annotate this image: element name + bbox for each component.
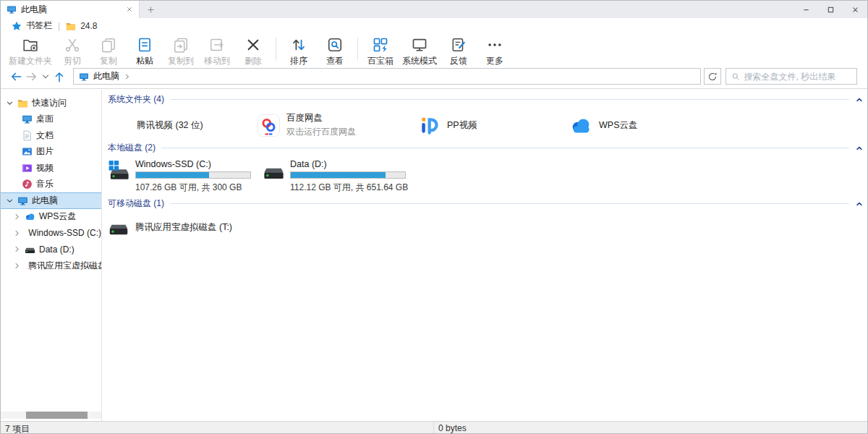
folder-icon[interactable] xyxy=(66,21,76,31)
forward-button[interactable] xyxy=(24,69,40,85)
videos-icon xyxy=(22,163,33,174)
drive-t-item[interactable]: 腾讯应用宝虚拟磁盘 (T:) xyxy=(108,217,867,237)
item-tencent-video[interactable]: 腾讯视频 (32 位) xyxy=(108,112,258,138)
drives-row: Windows-SSD (C:) 107.26 GB 可用, 共 300 GB … xyxy=(108,159,867,194)
status-bar: 7 项目 0 bytes xyxy=(1,421,867,433)
status-divider xyxy=(433,422,434,433)
minimize-button[interactable] xyxy=(793,1,818,18)
toolbar-label: 排序 xyxy=(290,55,307,67)
toolbox-icon xyxy=(373,37,388,53)
copy-button[interactable]: 复制 xyxy=(90,33,127,67)
move-to-icon xyxy=(209,37,225,53)
item-baidu-netdisk[interactable]: 百度网盘 双击运行百度网盘 xyxy=(258,112,418,138)
sidebar-item-music[interactable]: 音乐 xyxy=(1,176,101,193)
history-dropdown-button[interactable] xyxy=(40,69,51,85)
collapse-section-icon[interactable] xyxy=(856,145,863,152)
item-pp-video[interactable]: PP视频 xyxy=(418,112,570,138)
tencent-video-icon xyxy=(108,114,130,137)
sidebar-item-label: Windows-SSD (C:) xyxy=(28,228,101,238)
item-name: WPS云盘 xyxy=(599,119,637,132)
up-button[interactable] xyxy=(51,69,67,85)
back-button[interactable] xyxy=(8,69,24,85)
music-icon xyxy=(22,179,33,190)
toolbar-label: 复制到 xyxy=(168,55,194,67)
close-tab-icon[interactable] xyxy=(126,6,133,13)
hard-drive-windows-icon xyxy=(108,160,130,182)
sidebar-horizontal-scrollbar[interactable] xyxy=(1,412,101,419)
delete-button[interactable]: 删除 xyxy=(235,33,271,67)
sidebar-item-documents[interactable]: 文档 xyxy=(1,127,101,144)
sidebar-item-this-pc[interactable]: 此电脑 xyxy=(1,192,101,209)
tab-this-pc[interactable]: 此电脑 xyxy=(1,1,140,18)
collapse-section-icon[interactable] xyxy=(856,96,863,103)
chevron-right-icon[interactable] xyxy=(124,73,131,80)
drive-info: Windows-SSD (C:) 107.26 GB 可用, 共 300 GB xyxy=(135,159,251,194)
sidebar-item-videos[interactable]: 视频 xyxy=(1,160,101,176)
copy-to-button[interactable]: 复制到 xyxy=(163,33,199,67)
collapse-section-icon[interactable] xyxy=(856,200,863,208)
star-icon[interactable] xyxy=(12,21,22,31)
scrollbar-thumb[interactable] xyxy=(26,412,88,419)
section-title: 系统文件夹 (4) xyxy=(108,93,164,106)
new-folder-button[interactable]: 新建文件夹 xyxy=(7,33,54,67)
sidebar-item-desktop[interactable]: 桌面 xyxy=(1,111,101,128)
section-header-system-folders: 系统文件夹 (4) xyxy=(108,94,863,105)
drive-d-item[interactable]: Data (D:) 112.12 GB 可用, 共 651.64 GB xyxy=(263,159,417,194)
tree-collapsed-icon[interactable] xyxy=(13,245,21,253)
file-explorer-window: 此电脑 书签栏 | 24.8 新建文件夹 剪切 复制 xyxy=(0,0,868,434)
computer-icon xyxy=(79,72,89,82)
new-tab-button[interactable] xyxy=(140,1,161,18)
feedback-button[interactable]: 反馈 xyxy=(441,33,477,67)
address-row: 此电脑 xyxy=(1,67,867,89)
section-rule xyxy=(170,99,849,100)
section-header-local-disks: 本地磁盘 (2) xyxy=(108,142,863,153)
maximize-button[interactable] xyxy=(818,1,843,18)
bookmark-separator: | xyxy=(56,21,61,31)
tree-expanded-icon[interactable] xyxy=(6,197,14,205)
address-bar[interactable]: 此电脑 xyxy=(73,68,701,85)
drive-name: Windows-SSD (C:) xyxy=(135,159,251,169)
more-button[interactable]: 更多 xyxy=(477,33,513,67)
tree-collapsed-icon[interactable] xyxy=(13,229,21,237)
plus-icon xyxy=(147,6,155,14)
bookmark-bar-label[interactable]: 书签栏 xyxy=(26,20,52,32)
wps-cloud-icon xyxy=(570,114,592,137)
tree-expanded-icon[interactable] xyxy=(6,99,14,107)
toolbar-label: 反馈 xyxy=(450,55,467,67)
maximize-icon xyxy=(827,6,835,14)
toolbox-button[interactable]: 百宝箱 xyxy=(362,33,399,67)
toolbar-label: 剪切 xyxy=(64,55,81,67)
move-to-button[interactable]: 移动到 xyxy=(199,33,235,67)
sort-button[interactable]: 排序 xyxy=(281,33,317,67)
sidebar-item-label: 视频 xyxy=(36,162,54,174)
tree-collapsed-icon[interactable] xyxy=(13,213,21,221)
sidebar-item-label: 桌面 xyxy=(36,113,54,125)
view-button[interactable]: 查看 xyxy=(317,33,353,67)
sidebar-item-wps-cloud[interactable]: WPS云盘 xyxy=(1,209,101,226)
sidebar-item-quick-access[interactable]: 快速访问 xyxy=(1,95,101,111)
cut-button[interactable]: 剪切 xyxy=(54,33,90,67)
drive-c-item[interactable]: Windows-SSD (C:) 107.26 GB 可用, 共 300 GB xyxy=(108,159,263,194)
section-rule xyxy=(170,203,849,204)
sidebar: 快速访问 桌面 文档 图片 视频 音乐 xyxy=(1,90,102,421)
search-input[interactable] xyxy=(744,72,851,82)
tree-collapsed-icon[interactable] xyxy=(13,262,21,270)
arrow-right-icon xyxy=(25,69,39,84)
toolbar-label: 新建文件夹 xyxy=(9,55,52,67)
sidebar-item-drive-t[interactable]: 腾讯应用宝虚拟磁盘 (T:) xyxy=(1,258,101,274)
close-window-button[interactable] xyxy=(843,1,867,18)
sidebar-item-drive-c[interactable]: Windows-SSD (C:) xyxy=(1,225,101,242)
pictures-icon xyxy=(22,146,33,157)
bookmark-folder-label[interactable]: 24.8 xyxy=(80,21,97,31)
system-mode-button[interactable]: 系统模式 xyxy=(399,33,441,67)
paste-button[interactable]: 粘贴 xyxy=(127,33,163,67)
item-wps-cloud[interactable]: WPS云盘 xyxy=(570,112,637,138)
refresh-button[interactable] xyxy=(704,68,721,85)
status-selection-size: 0 bytes xyxy=(438,423,467,433)
sidebar-item-drive-d[interactable]: Data (D:) xyxy=(1,242,101,258)
breadcrumb[interactable]: 此电脑 xyxy=(93,70,119,82)
toolbar-label: 粘贴 xyxy=(136,55,153,67)
item-subtitle: 双击运行百度网盘 xyxy=(286,126,356,138)
capacity-bar xyxy=(135,171,251,179)
sidebar-item-pictures[interactable]: 图片 xyxy=(1,144,101,161)
